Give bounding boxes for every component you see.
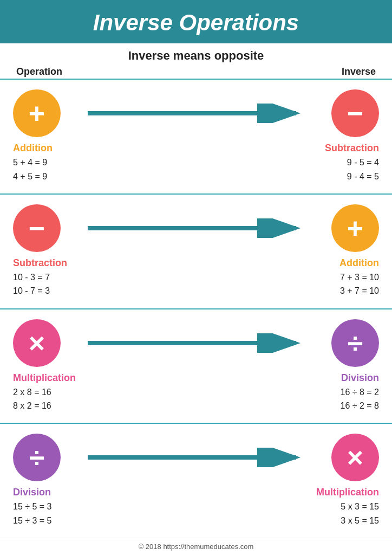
op-row-bottom-3: Division 15 ÷ 5 = 3 15 ÷ 3 = 5 Multiplic… <box>13 487 379 527</box>
op-left-0: Addition 5 + 4 = 9 4 + 5 = 9 <box>13 143 53 183</box>
page-header: Inverse Operations <box>0 0 392 43</box>
right-circle-1: + <box>331 204 379 252</box>
page-title: Inverse Operations <box>93 10 299 35</box>
left-symbol-1: − <box>29 214 45 242</box>
left-circle-2: × <box>13 319 61 367</box>
arrow-container-1 <box>61 218 331 238</box>
col-inverse-label: Inverse <box>342 66 376 78</box>
arrow-svg-1 <box>69 218 323 238</box>
op-row-2: × ÷ Multiplication 2 x 8 = 16 <box>0 308 392 423</box>
footer: © 2018 https://themumeducates.com <box>0 538 392 555</box>
op-right-1: Addition 7 + 3 = 10 3 + 7 = 10 <box>339 257 379 298</box>
left-op-name-0: Addition <box>13 143 53 154</box>
op-row-3: ÷ × Division 15 ÷ 5 = 3 <box>0 423 392 538</box>
left-circle-1: − <box>13 204 61 252</box>
right-eq1-2: 16 ÷ 8 = 2 <box>341 385 380 399</box>
op-row-top-1: − + <box>13 204 379 252</box>
arrow-container-2 <box>61 333 331 353</box>
left-op-name-2: Multiplication <box>13 372 76 384</box>
op-row-0: + − Addition 5 + 4 = 9 4 <box>0 79 392 193</box>
left-op-name-3: Division <box>13 487 52 498</box>
op-row-top-0: + − <box>13 89 379 137</box>
footer-text: © 2018 https://themumeducates.com <box>139 543 254 551</box>
op-row-top-3: ÷ × <box>13 434 379 481</box>
left-symbol-3: ÷ <box>29 443 45 472</box>
right-eq2-1: 3 + 7 = 10 <box>340 284 379 298</box>
op-row-bottom-0: Addition 5 + 4 = 9 4 + 5 = 9 Subtraction… <box>13 143 379 183</box>
right-symbol-2: ÷ <box>348 329 363 357</box>
left-eq1-1: 10 - 3 = 7 <box>13 270 67 285</box>
left-eq1-3: 15 ÷ 5 = 3 <box>13 500 52 514</box>
arrow-svg-2 <box>69 333 323 353</box>
column-labels: Operation Inverse <box>0 65 392 79</box>
left-symbol-2: × <box>29 329 45 357</box>
right-eq2-0: 9 - 4 = 5 <box>347 170 379 184</box>
right-circle-0: − <box>331 89 379 137</box>
left-eq2-0: 4 + 5 = 9 <box>13 170 53 184</box>
right-op-name-3: Multiplication <box>316 487 379 498</box>
col-operation-label: Operation <box>16 66 62 78</box>
left-circle-3: ÷ <box>13 434 61 481</box>
left-eq1-2: 2 x 8 = 16 <box>13 385 76 399</box>
op-row-bottom-1: Subtraction 10 - 3 = 7 10 - 7 = 3 Additi… <box>13 257 379 298</box>
right-symbol-1: + <box>347 214 363 242</box>
right-op-name-0: Subtraction <box>325 143 379 154</box>
right-eq2-2: 16 ÷ 2 = 8 <box>341 399 380 413</box>
op-right-0: Subtraction 9 - 5 = 4 9 - 4 = 5 <box>325 143 379 183</box>
rows-container: + − Addition 5 + 4 = 9 4 <box>0 79 392 538</box>
left-circle-0: + <box>13 89 61 137</box>
right-eq1-1: 7 + 3 = 10 <box>340 270 379 285</box>
right-symbol-0: − <box>347 99 363 127</box>
right-op-name-1: Addition <box>339 257 379 269</box>
right-symbol-3: × <box>347 443 363 472</box>
arrow-svg-0 <box>69 104 323 123</box>
left-eq2-1: 10 - 7 = 3 <box>13 284 67 298</box>
subtitle: Inverse means opposite <box>128 49 264 62</box>
op-row-bottom-2: Multiplication 2 x 8 = 16 8 x 2 = 16 Div… <box>13 372 379 413</box>
right-circle-2: ÷ <box>331 319 379 367</box>
left-eq2-2: 8 x 2 = 16 <box>13 399 76 413</box>
arrow-container-3 <box>61 448 331 467</box>
op-right-3: Multiplication 5 x 3 = 15 3 x 5 = 15 <box>316 487 379 527</box>
left-eq1-0: 5 + 4 = 9 <box>13 156 53 170</box>
right-eq2-3: 3 x 5 = 15 <box>341 514 379 528</box>
op-left-2: Multiplication 2 x 8 = 16 8 x 2 = 16 <box>13 372 76 413</box>
op-left-3: Division 15 ÷ 5 = 3 15 ÷ 3 = 5 <box>13 487 52 527</box>
left-op-name-1: Subtraction <box>13 257 67 269</box>
op-row-1: − + Subtraction 10 - 3 = 7 <box>0 193 392 308</box>
subtitle-row: Inverse means opposite <box>0 43 392 65</box>
right-op-name-2: Division <box>341 372 379 384</box>
left-eq2-3: 15 ÷ 3 = 5 <box>13 514 52 528</box>
op-left-1: Subtraction 10 - 3 = 7 10 - 7 = 3 <box>13 257 67 298</box>
op-row-top-2: × ÷ <box>13 319 379 367</box>
right-eq1-3: 5 x 3 = 15 <box>341 500 379 514</box>
right-circle-3: × <box>331 434 379 481</box>
op-right-2: Division 16 ÷ 8 = 2 16 ÷ 2 = 8 <box>341 372 380 413</box>
arrow-svg-3 <box>69 448 323 467</box>
right-eq1-0: 9 - 5 = 4 <box>347 156 379 170</box>
arrow-container-0 <box>61 104 331 123</box>
left-symbol-0: + <box>29 99 45 127</box>
